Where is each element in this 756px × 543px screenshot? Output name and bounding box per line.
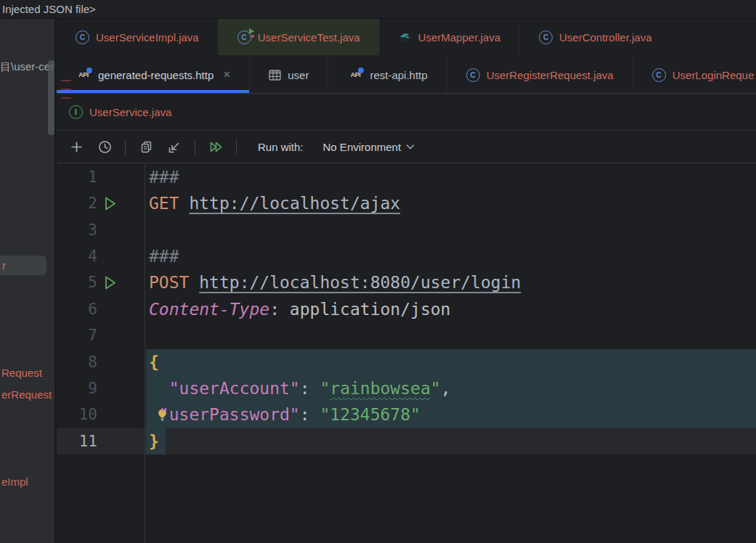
code-segment: http://localhost:8080/user/login: [199, 273, 521, 292]
tab-bar-top: C UserServiceImpl.java C UserServiceTest…: [57, 19, 756, 55]
code-segment: : application/json: [269, 300, 450, 319]
http-file-icon: API: [347, 69, 363, 81]
http-file-icon: API: [76, 69, 92, 81]
line-number-8: 8: [57, 349, 97, 375]
code-line-2[interactable]: GET http://localhost/ajax: [149, 190, 400, 216]
run-request-icon-line-5[interactable]: [102, 269, 118, 295]
class-icon: C: [466, 68, 480, 82]
code-segment: rainbowsea: [330, 379, 430, 398]
code-line-1[interactable]: ###: [149, 164, 179, 190]
line-number-6: 6: [57, 296, 97, 322]
code-line-9[interactable]: "userAccount": "rainbowsea",: [149, 375, 450, 401]
code-segment: [149, 379, 169, 398]
tab-userloginrequest[interactable]: C UserLoginReque: [633, 57, 756, 93]
code-segment: "userAccount": [169, 379, 300, 398]
http-toolbar: Run with: No Environment: [57, 131, 756, 163]
interface-icon: I: [69, 105, 83, 119]
code-editor[interactable]: 1234567891011 ###GET http://localhost/aj…: [57, 163, 756, 543]
code-line-5[interactable]: POST http://localhost:8080/user/login: [149, 269, 521, 295]
tree-item[interactable]: eImpl: [1, 475, 28, 488]
tab-label: UserServiceTest.java: [258, 31, 360, 44]
code-segment: ,: [441, 379, 451, 398]
code-segment: "12345678": [320, 405, 420, 424]
run-with-label: Run with:: [258, 141, 304, 153]
line-number-9: 9: [57, 375, 97, 401]
tree-item[interactable]: Request: [1, 367, 42, 379]
tab-bar-bottom: I UserService.java: [57, 94, 756, 130]
tab-label: generated-requests.http: [98, 69, 214, 81]
code-segment: [189, 273, 199, 292]
tab-label: UserServiceImpl.java: [96, 31, 199, 44]
class-icon: C: [652, 68, 666, 82]
editor-pane: C UserServiceImpl.java C UserServiceTest…: [57, 19, 756, 543]
tab-label: UserLoginReque: [672, 69, 755, 81]
code-segment: :: [300, 379, 320, 398]
tab-usermapper[interactable]: UserMapper.java: [379, 19, 519, 55]
code-segment: "userPassword": [159, 405, 300, 424]
class-icon: C: [539, 30, 553, 44]
code-segment: ": [431, 379, 441, 398]
tab-row-divider: [57, 93, 756, 94]
code-segment: ": [320, 379, 330, 398]
tab-label: user: [288, 69, 309, 81]
tab-user-table[interactable]: user: [249, 57, 328, 93]
copy-request-button[interactable]: [137, 138, 155, 157]
environment-dropdown[interactable]: No Environment: [323, 141, 415, 153]
hint-bar: Injected JSON file>: [0, 0, 756, 19]
project-path-label: 目\user-cent: [0, 60, 54, 74]
add-request-button[interactable]: [67, 138, 86, 157]
close-icon[interactable]: ×: [223, 68, 230, 82]
test-class-icon: C: [237, 30, 251, 44]
tab-label: UserMapper.java: [418, 31, 500, 44]
gutter-separator: [145, 163, 145, 543]
line-number-3: 3: [57, 217, 97, 243]
tab-userservice[interactable]: I UserService.java: [57, 94, 190, 130]
hint-text: Injected JSON file>: [2, 3, 96, 15]
line-number-1: 1: [57, 164, 97, 190]
code-line-4[interactable]: ###: [149, 243, 179, 269]
tab-label: UserService.java: [89, 106, 171, 118]
tab-row-divider: [57, 130, 756, 131]
code-line-11[interactable]: }: [149, 428, 159, 454]
tab-userservicetest[interactable]: C UserServiceTest.java: [218, 19, 379, 55]
code-segment: :: [300, 405, 320, 424]
tab-userregisterrequest[interactable]: C UserRegisterRequest.java: [447, 57, 633, 93]
environment-value: No Environment: [323, 141, 402, 153]
import-requests-button[interactable]: [165, 138, 184, 157]
project-panel[interactable]: 目\user-cent r Request erRequest eImpl: [0, 19, 57, 543]
history-button[interactable]: [95, 138, 114, 157]
code-segment: GET: [149, 194, 179, 213]
tree-item-hovered[interactable]: r: [0, 256, 46, 275]
code-segment: [149, 405, 159, 424]
code-segment: {: [149, 353, 159, 372]
line-number-7: 7: [57, 322, 97, 348]
code-segment: POST: [149, 273, 189, 292]
tab-label: UserController.java: [559, 31, 652, 44]
tab-rest-api[interactable]: API rest-api.http: [328, 57, 446, 93]
code-segment: ###: [149, 247, 179, 266]
tab-label: rest-api.http: [370, 69, 427, 81]
code-segment: Content-Type: [149, 300, 269, 319]
tab-usercontroller[interactable]: C UserController.java: [519, 19, 671, 55]
code-line-6[interactable]: Content-Type: application/json: [149, 296, 450, 322]
tree-item[interactable]: erRequest: [1, 388, 52, 401]
line-number-11: 11: [57, 428, 97, 454]
run-all-requests-button[interactable]: [206, 138, 225, 157]
tab-userserviceimpl[interactable]: C UserServiceImpl.java: [57, 19, 218, 55]
chevron-down-icon: [406, 144, 415, 150]
tab-generated-requests[interactable]: API generated-requests.http ×: [57, 57, 249, 93]
code-line-10[interactable]: "userPassword": "12345678": [149, 401, 420, 428]
code-line-8[interactable]: {: [149, 349, 159, 375]
code-segment: [179, 194, 190, 213]
line-number-5: 5: [57, 269, 97, 295]
code-segment: http://localhost/ajax: [189, 194, 400, 213]
class-icon: C: [76, 30, 89, 44]
toolbar-separator: [125, 140, 126, 155]
line-number-10: 10: [57, 401, 97, 428]
mapper-icon: [399, 31, 412, 44]
line-number-2: 2: [57, 190, 97, 216]
tab-label: UserRegisterRequest.java: [487, 69, 614, 81]
code-segment: ###: [149, 168, 179, 187]
panel-scrollbar[interactable]: [48, 60, 54, 135]
run-request-icon-line-2[interactable]: [102, 190, 118, 216]
